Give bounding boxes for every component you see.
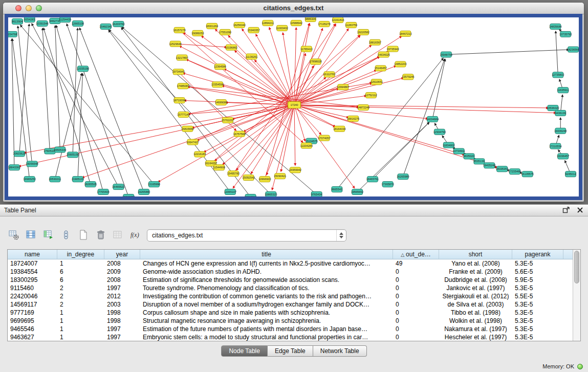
graph-node[interactable]: 12994887	[337, 84, 349, 90]
graph-node[interactable]: 12065107	[224, 189, 236, 195]
graph-node[interactable]: 16815658	[181, 126, 193, 132]
graph-node[interactable]: 11834802	[443, 142, 455, 148]
graph-node[interactable]: 11003432	[276, 25, 288, 31]
tab-edge-table[interactable]: Edge Table	[268, 345, 313, 357]
minimize-window-icon[interactable]	[26, 5, 32, 11]
graph-node[interactable]: 19735943	[386, 46, 399, 52]
graph-node[interactable]: 9886306	[305, 17, 316, 21]
graph-node[interactable]: 8535139	[474, 159, 485, 164]
graph-node[interactable]: 8613904	[12, 18, 23, 24]
graph-node[interactable]: 16757569	[233, 131, 246, 137]
scrollbar-thumb[interactable]	[574, 251, 579, 283]
graph-node[interactable]: 12752112	[365, 93, 377, 98]
graph-node[interactable]: 14835684	[549, 24, 561, 29]
table-row[interactable]: 1938455462009Genome-wide association stu…	[8, 268, 573, 276]
table-row[interactable]: 1456911722003Disruption of a novel membe…	[8, 300, 573, 309]
graph-node[interactable]: 18467213	[399, 31, 411, 36]
graph-node[interactable]: 12665108	[72, 20, 84, 26]
graph-node[interactable]: 11254439	[59, 17, 71, 22]
close-window-icon[interactable]	[15, 5, 21, 11]
graph-node[interactable]: 15340357	[247, 27, 259, 33]
delete-table-button[interactable]	[94, 228, 107, 242]
graph-node[interactable]: 9635020	[464, 154, 474, 159]
graph-node[interactable]: 17765404	[97, 189, 110, 195]
graph-node[interactable]: 11635911	[557, 87, 569, 93]
graph-node[interactable]: 12204284	[300, 143, 313, 148]
graph-node[interactable]: 15460345	[100, 24, 112, 29]
graph-node[interactable]: 19336248	[554, 128, 567, 134]
graph-node[interactable]: 16112781	[323, 72, 336, 77]
graph-node[interactable]: 19965253	[24, 177, 36, 182]
network-canvas[interactable]: 8613904935428310391548946273411254439126…	[8, 17, 579, 196]
graph-node[interactable]: 19086053	[191, 30, 204, 36]
graph-node[interactable]: 12735802	[552, 72, 564, 78]
graph-node[interactable]: 15495783	[227, 171, 239, 177]
column-header-year[interactable]: year	[104, 250, 140, 259]
graph-node[interactable]: 11544908	[213, 165, 225, 170]
graph-node[interactable]: 11965216	[245, 194, 257, 196]
graph-node[interactable]: 10588942	[290, 20, 302, 26]
table-selector-combo[interactable]: citations_edges.txt	[147, 229, 346, 242]
new-table-button[interactable]	[77, 228, 90, 242]
graph-node[interactable]: 16157278	[173, 27, 185, 33]
graph-node[interactable]: 18465761	[366, 177, 379, 182]
graph-node[interactable]: 9436139	[555, 110, 566, 116]
graph-node[interactable]: 16816276	[347, 116, 359, 121]
graph-node[interactable]: 15090421	[274, 173, 286, 179]
graph-node[interactable]: 19734943	[172, 69, 184, 75]
graph-node[interactable]: 18301264	[206, 23, 218, 29]
graph-node[interactable]: 14872248	[357, 105, 369, 111]
graph-node[interactable]: 19056548	[26, 161, 38, 167]
graph-node[interactable]: 15777145	[177, 112, 189, 117]
graph-node[interactable]: 11765413	[300, 46, 313, 52]
graph-node[interactable]: 18843361	[8, 165, 20, 170]
tab-network-table[interactable]: Network Table	[313, 345, 367, 357]
graph-node[interactable]: 15948794	[440, 52, 452, 57]
graph-node[interactable]: 10734911	[453, 148, 465, 154]
graph-node[interactable]: 9245012	[565, 171, 576, 177]
graph-node[interactable]: 13579246	[402, 74, 414, 80]
graph-node[interactable]: 10536020	[547, 105, 559, 111]
graph-node[interactable]: 16203760	[112, 21, 124, 27]
graph-node[interactable]: 19435248	[483, 163, 495, 168]
graph-node[interactable]: 12035190	[77, 66, 89, 72]
function-builder-button[interactable]: f(x)	[129, 228, 142, 242]
graph-node[interactable]: 12934793	[433, 129, 446, 135]
graph-node[interactable]: 10865325	[265, 192, 277, 196]
graph-node[interactable]: 12364586	[214, 64, 226, 70]
graph-node[interactable]: 17135278	[318, 21, 330, 27]
close-panel-icon[interactable]	[576, 206, 584, 214]
import-columns-button[interactable]	[42, 228, 55, 242]
window-titlebar[interactable]: citations_edges.txt	[3, 3, 584, 14]
column-header-pagerank[interactable]: pagerank	[512, 250, 563, 259]
graph-node[interactable]: 13735793	[559, 31, 572, 37]
graph-node[interactable]: 17365870	[382, 182, 394, 187]
graph-node[interactable]: 17485083	[177, 83, 189, 89]
column-header-name[interactable]: name	[8, 250, 57, 259]
graph-node[interactable]: 10196862	[225, 45, 237, 50]
table-settings-button[interactable]	[7, 228, 20, 242]
graph-node[interactable]: 17240	[288, 102, 301, 108]
tab-node-table[interactable]: Node Table	[221, 345, 268, 357]
float-panel-icon[interactable]	[562, 206, 570, 214]
graph-node[interactable]: 16465521	[112, 184, 124, 190]
table-row[interactable]: 946362711997Embryonic stem cells: a mode…	[8, 333, 573, 341]
graph-node[interactable]: 21905133	[72, 177, 84, 182]
graph-node[interactable]: 9354283	[24, 17, 35, 22]
column-header-short[interactable]: short	[439, 250, 512, 259]
table-row[interactable]: 946554611997Estimation of the future num…	[8, 325, 573, 333]
graph-node[interactable]: 15092542	[243, 175, 255, 181]
graph-node[interactable]: 15905150	[67, 152, 79, 158]
graph-node[interactable]: 12610651	[371, 79, 383, 85]
graph-node[interactable]: 20603625	[13, 151, 26, 157]
graph-node[interactable]: 14699080	[215, 100, 227, 105]
graph-node[interactable]: 15146457	[375, 65, 387, 71]
graph-node[interactable]: 14634025	[378, 52, 390, 57]
graph-node[interactable]: 16265989	[397, 174, 409, 180]
table-row[interactable]: 2242004622012Investigating the contribut…	[8, 292, 573, 300]
graph-node[interactable]: 14852203	[394, 61, 406, 67]
graph-node[interactable]: 19565652	[351, 189, 363, 195]
graph-node[interactable]: 17235466	[509, 169, 521, 174]
column-header-out-degree[interactable]: △out_de…	[393, 250, 439, 259]
graph-node[interactable]: 14265880	[138, 189, 150, 195]
